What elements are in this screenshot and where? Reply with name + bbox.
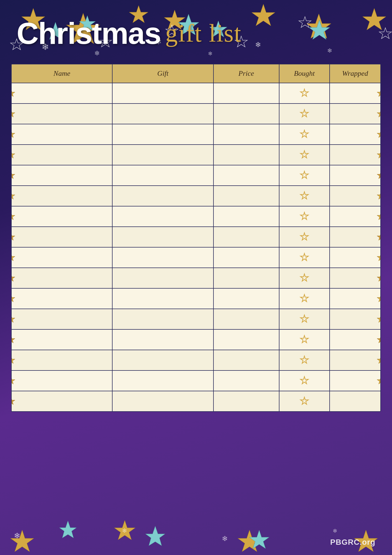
bought-star-14[interactable] xyxy=(299,355,309,365)
cell-bought-3[interactable] xyxy=(279,124,330,144)
cell-wrapped-8[interactable] xyxy=(330,227,380,247)
bought-star-10[interactable] xyxy=(299,273,309,283)
bought-star-15[interactable] xyxy=(299,376,309,386)
cell-price-6[interactable] xyxy=(214,186,279,206)
cell-price-14[interactable] xyxy=(214,350,279,370)
cell-name-14[interactable] xyxy=(12,350,113,370)
cell-gift-6[interactable] xyxy=(113,186,213,206)
cell-price-9[interactable] xyxy=(214,248,279,268)
cell-wrapped-1[interactable] xyxy=(330,83,380,103)
cell-name-4[interactable] xyxy=(12,145,113,165)
cell-gift-13[interactable] xyxy=(113,330,213,350)
cell-name-16[interactable] xyxy=(12,391,113,411)
cell-bought-2[interactable] xyxy=(279,104,330,124)
cell-price-8[interactable] xyxy=(214,227,279,247)
cell-wrapped-15[interactable] xyxy=(330,371,380,391)
cell-bought-7[interactable] xyxy=(279,206,330,226)
cell-wrapped-14[interactable] xyxy=(330,350,380,370)
cell-gift-3[interactable] xyxy=(113,124,213,144)
svg-marker-41 xyxy=(377,192,381,199)
cell-bought-1[interactable] xyxy=(279,83,330,103)
cell-wrapped-4[interactable] xyxy=(330,145,380,165)
cell-price-7[interactable] xyxy=(214,206,279,226)
cell-gift-5[interactable] xyxy=(113,165,213,185)
cell-name-15[interactable] xyxy=(12,371,113,391)
cell-price-16[interactable] xyxy=(214,391,279,411)
cell-bought-13[interactable] xyxy=(279,330,330,350)
cell-wrapped-11[interactable] xyxy=(330,289,380,309)
cell-bought-10[interactable] xyxy=(279,268,330,288)
bought-star-7[interactable] xyxy=(299,211,309,221)
svg-marker-47 xyxy=(377,233,381,240)
cell-wrapped-3[interactable] xyxy=(330,124,380,144)
cell-price-1[interactable] xyxy=(214,83,279,103)
bought-star-13[interactable] xyxy=(299,335,309,345)
cell-bought-5[interactable] xyxy=(279,165,330,185)
bought-star-8[interactable] xyxy=(299,232,309,242)
bought-star-3[interactable] xyxy=(299,129,309,139)
cell-name-3[interactable] xyxy=(12,124,113,144)
cell-gift-1[interactable] xyxy=(113,83,213,103)
bought-star-1[interactable] xyxy=(299,88,309,98)
cell-name-9[interactable] xyxy=(12,248,113,268)
cell-gift-2[interactable] xyxy=(113,104,213,124)
cell-wrapped-10[interactable] xyxy=(330,268,380,288)
cell-wrapped-2[interactable] xyxy=(330,104,380,124)
cell-gift-15[interactable] xyxy=(113,371,213,391)
cell-wrapped-13[interactable] xyxy=(330,330,380,350)
cell-gift-14[interactable] xyxy=(113,350,213,370)
cell-bought-15[interactable] xyxy=(279,371,330,391)
cell-bought-6[interactable] xyxy=(279,186,330,206)
cell-gift-8[interactable] xyxy=(113,227,213,247)
cell-bought-16[interactable] xyxy=(279,391,330,411)
bought-star-16[interactable] xyxy=(299,396,309,406)
cell-bought-4[interactable] xyxy=(279,145,330,165)
cell-bought-9[interactable] xyxy=(279,248,330,268)
cell-price-15[interactable] xyxy=(214,371,279,391)
cell-gift-12[interactable] xyxy=(113,309,213,329)
cell-gift-11[interactable] xyxy=(113,289,213,309)
cell-name-2[interactable] xyxy=(12,104,113,124)
cell-price-5[interactable] xyxy=(214,165,279,185)
cell-price-13[interactable] xyxy=(214,330,279,350)
cell-wrapped-5[interactable] xyxy=(330,165,380,185)
cell-name-7[interactable] xyxy=(12,206,113,226)
svg-marker-31 xyxy=(301,130,308,137)
cell-name-6[interactable] xyxy=(12,186,113,206)
cell-bought-8[interactable] xyxy=(279,227,330,247)
bought-star-4[interactable] xyxy=(299,150,309,160)
cell-name-10[interactable] xyxy=(12,268,113,288)
cell-wrapped-6[interactable] xyxy=(330,186,380,206)
bought-star-5[interactable] xyxy=(299,170,309,180)
cell-name-5[interactable] xyxy=(12,165,113,185)
cell-name-13[interactable] xyxy=(12,330,113,350)
cell-wrapped-7[interactable] xyxy=(330,206,380,226)
cell-price-4[interactable] xyxy=(214,145,279,165)
cell-price-11[interactable] xyxy=(214,289,279,309)
cell-price-10[interactable] xyxy=(214,268,279,288)
cell-name-11[interactable] xyxy=(12,289,113,309)
cell-name-12[interactable] xyxy=(12,309,113,329)
cell-gift-9[interactable] xyxy=(113,248,213,268)
cell-bought-12[interactable] xyxy=(279,309,330,329)
cell-wrapped-16[interactable] xyxy=(330,391,380,411)
cell-gift-10[interactable] xyxy=(113,268,213,288)
cell-price-2[interactable] xyxy=(214,104,279,124)
bought-star-11[interactable] xyxy=(299,294,309,304)
cell-name-1[interactable] xyxy=(12,83,113,103)
cell-wrapped-9[interactable] xyxy=(330,248,380,268)
svg-text:❄: ❄ xyxy=(333,528,337,534)
cell-gift-4[interactable] xyxy=(113,145,213,165)
bought-star-12[interactable] xyxy=(299,314,309,324)
cell-price-12[interactable] xyxy=(214,309,279,329)
cell-wrapped-12[interactable] xyxy=(330,309,380,329)
bought-star-9[interactable] xyxy=(299,253,309,263)
bought-star-6[interactable] xyxy=(299,191,309,201)
cell-gift-16[interactable] xyxy=(113,391,213,411)
cell-price-3[interactable] xyxy=(214,124,279,144)
cell-name-8[interactable] xyxy=(12,227,113,247)
bought-star-2[interactable] xyxy=(299,109,309,119)
cell-bought-11[interactable] xyxy=(279,289,330,309)
cell-bought-14[interactable] xyxy=(279,350,330,370)
cell-gift-7[interactable] xyxy=(113,206,213,226)
